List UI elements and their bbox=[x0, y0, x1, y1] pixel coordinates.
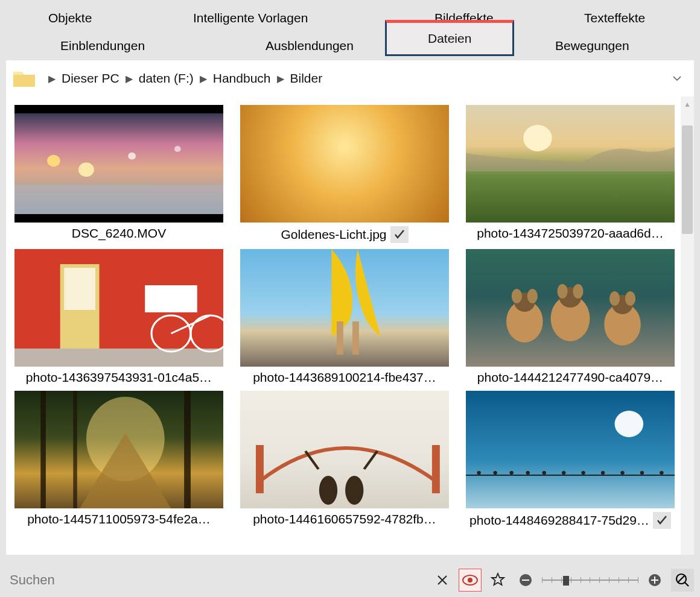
svg-point-49 bbox=[660, 471, 663, 475]
breadcrumb-item-2[interactable]: Handbuch bbox=[213, 71, 271, 86]
bottom-toolbar bbox=[5, 567, 694, 593]
svg-rect-27 bbox=[40, 391, 46, 508]
zoom-slider[interactable] bbox=[542, 571, 638, 589]
svg-point-51 bbox=[468, 578, 472, 583]
svg-point-48 bbox=[640, 471, 644, 475]
svg-point-2 bbox=[128, 153, 136, 160]
folder-icon bbox=[12, 67, 36, 90]
svg-point-47 bbox=[620, 471, 624, 475]
tab-bewegungen[interactable]: Bewegungen bbox=[543, 35, 641, 57]
svg-point-46 bbox=[601, 471, 605, 475]
svg-point-37 bbox=[615, 411, 644, 437]
svg-point-43 bbox=[542, 471, 546, 475]
svg-rect-12 bbox=[145, 285, 197, 312]
tab-dateien[interactable]: Dateien bbox=[385, 20, 514, 56]
svg-point-10 bbox=[191, 315, 223, 352]
thumbnail-image bbox=[466, 105, 675, 223]
svg-rect-4 bbox=[14, 185, 223, 214]
svg-rect-8 bbox=[14, 349, 223, 367]
chevron-right-icon[interactable]: ▶ bbox=[48, 73, 56, 84]
svg-rect-29 bbox=[184, 391, 191, 508]
tab-einblendungen[interactable]: Einblendungen bbox=[48, 35, 157, 57]
svg-point-24 bbox=[573, 284, 583, 298]
file-name: photo-1446160657592-4782fb… bbox=[253, 512, 436, 526]
svg-point-21 bbox=[512, 289, 522, 303]
file-item[interactable]: photo-1434725039720-aaad6d… bbox=[466, 105, 675, 243]
preview-toggle-button[interactable] bbox=[459, 569, 482, 592]
file-name: photo-1445711005973-54fe2a… bbox=[27, 512, 211, 526]
thumbnail-image bbox=[240, 391, 449, 508]
svg-rect-28 bbox=[73, 391, 77, 508]
svg-point-44 bbox=[562, 471, 565, 475]
svg-point-0 bbox=[47, 155, 60, 167]
favorites-button[interactable] bbox=[486, 569, 509, 592]
tab-ausblendungen[interactable]: Ausblendungen bbox=[253, 35, 366, 57]
thumbnail-video bbox=[14, 105, 223, 223]
svg-point-33 bbox=[319, 476, 337, 505]
file-gallery: DSC_6240.MOV Goldenes-Licht.jpg photo-14… bbox=[6, 96, 694, 555]
file-item[interactable]: photo-1445711005973-54fe2a… bbox=[14, 391, 223, 529]
svg-point-26 bbox=[625, 291, 635, 306]
svg-point-42 bbox=[526, 471, 529, 475]
check-icon[interactable] bbox=[653, 512, 671, 529]
chevron-right-icon[interactable]: ▶ bbox=[126, 73, 133, 84]
svg-line-36 bbox=[364, 451, 377, 469]
file-name: Goldenes-Licht.jpg bbox=[281, 227, 386, 242]
zoom-in-button[interactable] bbox=[643, 569, 666, 592]
file-item[interactable]: photo-1446160657592-4782fb… bbox=[240, 391, 449, 529]
file-name: DSC_6240.MOV bbox=[72, 226, 166, 241]
chevron-right-icon[interactable]: ▶ bbox=[277, 73, 284, 84]
thumbnail-image bbox=[240, 105, 449, 223]
svg-rect-32 bbox=[432, 445, 440, 493]
svg-line-59 bbox=[678, 575, 685, 583]
file-name: photo-1434725039720-aaad6d… bbox=[477, 226, 663, 241]
file-item[interactable]: Goldenes-Licht.jpg bbox=[240, 105, 449, 243]
svg-point-3 bbox=[174, 146, 181, 152]
breadcrumb-item-0[interactable]: Dieser PC bbox=[62, 71, 119, 86]
scroll-up-icon[interactable]: ▲ bbox=[684, 100, 691, 109]
zoom-reset-button[interactable] bbox=[671, 569, 694, 592]
file-name: photo-1444212477490-ca4079… bbox=[477, 370, 663, 385]
vertical-scrollbar[interactable]: ▲ bbox=[681, 96, 694, 555]
zoom-slider-thumb[interactable] bbox=[563, 576, 569, 586]
svg-point-25 bbox=[609, 291, 620, 306]
svg-point-34 bbox=[345, 476, 363, 505]
file-item[interactable]: photo-1436397543931-01c4a5… bbox=[14, 249, 223, 385]
scrollbar-thumb[interactable] bbox=[682, 125, 693, 234]
svg-rect-7 bbox=[64, 268, 95, 310]
tab-intelligente-vorlagen[interactable]: Intelligente Vorlagen bbox=[181, 7, 320, 29]
svg-point-23 bbox=[557, 284, 567, 298]
thumbnail-image bbox=[466, 249, 675, 367]
check-icon[interactable] bbox=[390, 226, 409, 243]
zoom-out-button[interactable] bbox=[514, 569, 537, 592]
file-item[interactable]: photo-1444212477490-ca4079… bbox=[466, 249, 675, 385]
breadcrumb-bar: ▶ Dieser PC ▶ daten (F:) ▶ Handbuch ▶ Bi… bbox=[6, 60, 694, 96]
breadcrumb-item-3[interactable]: Bilder bbox=[290, 71, 323, 86]
thumbnail-image bbox=[240, 249, 449, 367]
file-name: photo-1436397543931-01c4a5… bbox=[26, 370, 212, 385]
thumbnail-image bbox=[14, 249, 223, 367]
search-input[interactable] bbox=[5, 567, 426, 593]
svg-rect-56 bbox=[654, 576, 655, 584]
file-name: photo-1448469288417-75d29… bbox=[469, 513, 649, 528]
svg-rect-31 bbox=[256, 445, 264, 493]
chevron-right-icon[interactable]: ▶ bbox=[200, 73, 207, 84]
svg-point-41 bbox=[509, 471, 513, 475]
svg-point-1 bbox=[78, 163, 94, 177]
breadcrumb-item-1[interactable]: daten (F:) bbox=[139, 71, 194, 86]
breadcrumb-dropdown[interactable] bbox=[669, 70, 686, 87]
file-item[interactable]: DSC_6240.MOV bbox=[14, 105, 223, 243]
file-item[interactable]: photo-1443689100214-fbe437… bbox=[240, 249, 449, 385]
svg-rect-14 bbox=[352, 321, 359, 355]
svg-point-22 bbox=[527, 289, 538, 303]
svg-rect-13 bbox=[337, 321, 343, 355]
svg-point-45 bbox=[581, 471, 585, 475]
tab-objekte[interactable]: Objekte bbox=[36, 7, 104, 29]
svg-point-39 bbox=[477, 471, 480, 475]
thumbnail-image bbox=[466, 391, 675, 508]
tab-texteffekte[interactable]: Texteffekte bbox=[572, 7, 657, 29]
svg-rect-53 bbox=[522, 580, 529, 581]
file-item[interactable]: photo-1448469288417-75d29… bbox=[466, 391, 675, 529]
svg-line-58 bbox=[685, 583, 689, 586]
clear-search-button[interactable] bbox=[431, 569, 454, 592]
